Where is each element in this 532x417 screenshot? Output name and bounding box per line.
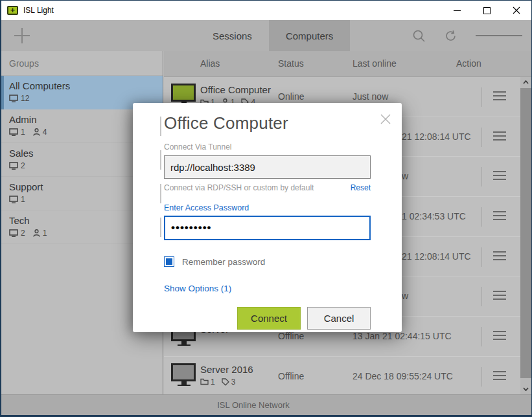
groups-header: Groups <box>1 51 163 76</box>
count-label: 1 <box>43 229 47 238</box>
show-options-link[interactable]: Show Options (1) <box>164 284 371 293</box>
action-separator <box>481 87 482 107</box>
scroll-down-icon[interactable] <box>520 384 531 394</box>
connect-button[interactable]: Connect <box>237 307 301 330</box>
cancel-button[interactable]: Cancel <box>307 307 371 330</box>
group-counts: 12 <box>9 94 163 103</box>
computer-last-online-fragment: w <box>402 291 408 301</box>
row-menu-icon[interactable] <box>493 171 510 183</box>
minimize-button[interactable] <box>442 1 472 20</box>
remember-password-checkbox[interactable] <box>164 256 174 267</box>
count-label: 3 <box>231 378 236 387</box>
computer-last-online-fragment: 1 02:34:53 UTC <box>402 211 466 221</box>
action-separator <box>481 327 482 346</box>
table-header: Alias Status Last online Action <box>164 51 531 77</box>
group-item-handle <box>160 184 161 203</box>
column-header-status[interactable]: Status <box>278 58 304 69</box>
count-label: 2 <box>21 229 25 238</box>
folder-icon <box>200 378 209 385</box>
row-menu-icon[interactable] <box>493 371 510 383</box>
group-item-handle <box>160 150 161 170</box>
monitor-icon <box>9 162 18 170</box>
count-label: 12 <box>21 94 29 103</box>
monitor-icon <box>9 229 18 237</box>
row-menu-icon[interactable] <box>493 291 510 302</box>
computer-status: Online <box>278 91 304 102</box>
group-item-handle <box>160 218 161 237</box>
tunnel-label: Connect Via Tunnel <box>164 142 371 152</box>
row-menu-icon[interactable] <box>493 251 510 263</box>
tag-icon <box>222 378 229 386</box>
close-window-button[interactable] <box>502 1 531 20</box>
tab-computers[interactable]: Computers <box>269 20 350 51</box>
monitor-icon <box>9 196 18 203</box>
tunnel-hint: Connect via RDP/SSH or custom by default <box>164 183 314 192</box>
computer-alias: Office Computer <box>200 84 271 95</box>
person-icon <box>33 128 40 136</box>
action-separator <box>481 207 482 227</box>
tunnel-input[interactable]: rdp://localhost:3389 <box>164 155 371 179</box>
action-separator <box>481 247 482 267</box>
isl-light-window: + ISL Light SessionsComputers <box>0 0 532 417</box>
count-label: 1 <box>21 195 25 204</box>
tab-sessions[interactable]: Sessions <box>196 20 269 51</box>
computer-status: Offline <box>278 331 304 341</box>
row-menu-icon[interactable] <box>493 211 510 223</box>
action-separator <box>481 367 482 387</box>
dialog-title: Office Computer <box>164 113 371 133</box>
vertical-scrollbar[interactable] <box>520 77 531 394</box>
action-separator <box>481 128 482 147</box>
column-header-action: Action <box>456 58 481 69</box>
count-label: 2 <box>21 161 25 170</box>
count-label: 1 <box>211 378 215 387</box>
computer-last-online: Just now <box>353 91 388 102</box>
computer-alias: Server 2016 <box>200 364 253 375</box>
computer-icon <box>171 363 197 389</box>
computer-last-online-fragment: w <box>402 171 408 181</box>
computer-last-online-fragment: 21 12:08:14 UTC <box>402 131 471 142</box>
toolbar: SessionsComputers <box>1 20 531 51</box>
action-separator <box>481 167 482 186</box>
computer-badges: 13 <box>200 378 240 387</box>
status-bar: ISL Online Network <box>1 394 531 415</box>
computer-last-online-fragment: 21 12:08:14 UTC <box>402 251 471 262</box>
network-status-text: ISL Online Network <box>217 400 290 410</box>
plus-icon[interactable] <box>14 28 30 43</box>
row-menu-icon[interactable] <box>493 91 510 103</box>
remember-password-label: Remember password <box>182 257 265 267</box>
computer-row[interactable]: Server 2016 13 Offline 24 Dec 18 09:55:2… <box>164 357 520 394</box>
row-menu-icon[interactable] <box>493 331 510 343</box>
password-input[interactable]: ••••••••• <box>164 216 371 240</box>
password-label[interactable]: Enter Access Password <box>164 203 371 212</box>
main-tabs: SessionsComputers <box>196 20 350 51</box>
monitor-icon <box>9 95 18 102</box>
person-icon <box>33 229 40 237</box>
maximize-button[interactable] <box>472 1 502 20</box>
title-bar: + ISL Light <box>1 1 531 20</box>
password-dots: ••••••••• <box>171 221 212 234</box>
monitor-icon <box>9 128 18 136</box>
computer-last-online: 24 Dec 18 09:55:24 UTC <box>353 371 453 381</box>
search-icon[interactable] <box>412 29 426 43</box>
row-menu-icon[interactable] <box>493 131 510 143</box>
dialog-close-icon[interactable] <box>380 113 391 125</box>
refresh-icon[interactable] <box>444 29 457 43</box>
app-icon: + <box>7 6 18 15</box>
menu-icon[interactable] <box>476 33 522 38</box>
reset-link[interactable]: Reset <box>351 183 371 192</box>
computer-last-online: 13 Jan 21 02:44:15 UTC <box>353 331 452 341</box>
column-header-alias[interactable]: Alias <box>200 58 220 69</box>
count-label: 1 <box>21 128 25 137</box>
scroll-up-icon[interactable] <box>520 77 531 87</box>
window-title: ISL Light <box>23 6 54 15</box>
group-name: All Computers <box>9 80 163 91</box>
connect-dialog: Office Computer Connect Via Tunnel rdp:/… <box>133 103 402 332</box>
tunnel-value: rdp://localhost:3389 <box>170 162 255 173</box>
action-separator <box>481 287 482 306</box>
count-label: 4 <box>43 128 47 137</box>
group-item-handle <box>160 117 161 136</box>
column-header-last-online[interactable]: Last online <box>353 58 397 69</box>
computer-status: Offline <box>278 371 304 381</box>
scrollbar-thumb[interactable] <box>520 88 531 378</box>
